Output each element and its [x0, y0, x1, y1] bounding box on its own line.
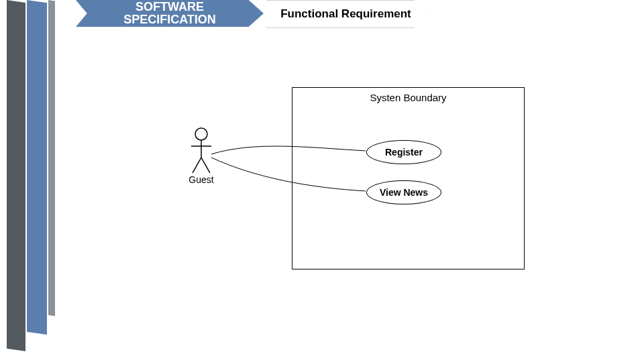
decor-stripe-grey — [48, 0, 55, 316]
slide-stage: SOFTWARE SPECIFICATION Functional Requir… — [0, 0, 644, 362]
use-case-diagram: Guest Systen Boundary Register View News — [174, 87, 530, 275]
usecase-view-news-label: View News — [380, 187, 428, 198]
breadcrumb-item-software-spec: SOFTWARE SPECIFICATION — [76, 0, 264, 27]
breadcrumb-label-2: Functional Requirement — [280, 8, 411, 20]
svg-point-0 — [195, 128, 207, 140]
breadcrumb-item-functional-req: Functional Requirement — [266, 0, 425, 28]
actor-icon — [188, 127, 215, 174]
usecase-register: Register — [366, 140, 441, 164]
breadcrumb-label-1: SOFTWARE SPECIFICATION — [123, 1, 216, 26]
system-boundary-label: Systen Boundary — [292, 92, 524, 103]
usecase-register-label: Register — [385, 147, 423, 158]
decor-stripe-dark — [7, 0, 25, 351]
usecase-view-news: View News — [366, 180, 441, 204]
actor-guest: Guest — [174, 127, 228, 185]
actor-label: Guest — [174, 174, 228, 185]
svg-line-4 — [201, 158, 210, 173]
svg-line-3 — [193, 158, 201, 173]
system-boundary: Systen Boundary Register View News — [292, 87, 525, 269]
decor-stripe-blue — [27, 0, 47, 335]
